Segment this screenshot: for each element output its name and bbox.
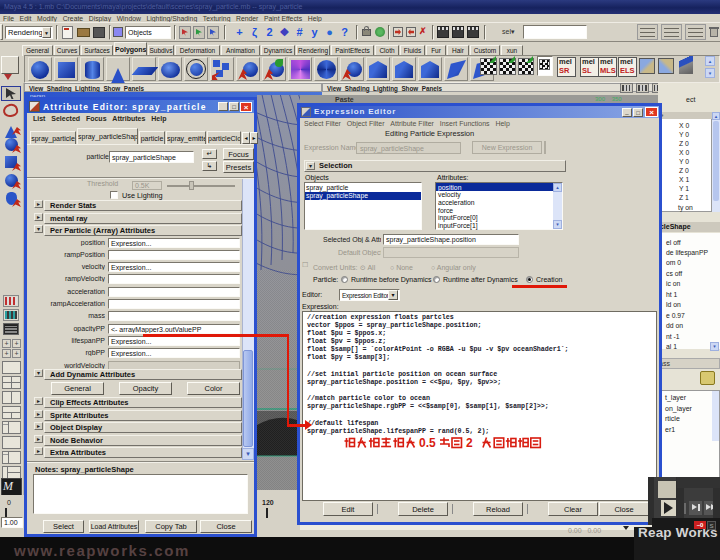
svg-text:0.5: 0.5 [419,436,436,450]
svg-text:2: 2 [466,436,473,450]
